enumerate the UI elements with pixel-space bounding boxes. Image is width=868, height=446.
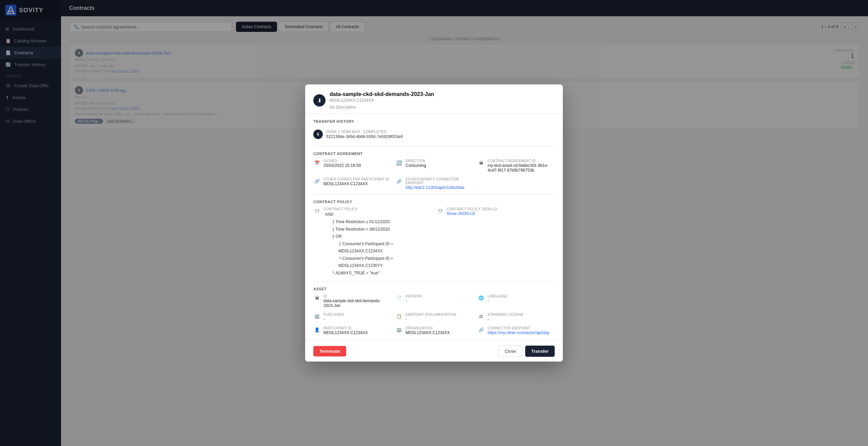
- policy-node-cp1: ├ Consumer's Participant ID = MDSL1234XX…: [325, 240, 432, 255]
- version-value: -: [406, 298, 422, 303]
- policy-node-cp2: └ Consumer's Participant ID = MDSL1234XX…: [325, 255, 432, 270]
- counterparty-icon: 🔗: [395, 177, 403, 185]
- direction-label: DIRECTION: [406, 159, 426, 163]
- counterparty-value[interactable]: http://edc2:11003/api/v1/ids/data: [406, 185, 473, 190]
- policy-block: CONTRACT POLICY AND ├ Time Restriction ≥…: [323, 207, 432, 277]
- modal-description: No Description: [330, 105, 434, 110]
- policy-json-label: CONTRACT POLICY JSON-LD: [447, 207, 497, 211]
- divider-3: [313, 281, 555, 282]
- other-connector-block: OTHER CONNECTOR PARTICIPANT ID MDSL1234X…: [323, 177, 389, 186]
- standard-license-icon: ⚖: [477, 313, 485, 320]
- asset-id-label: ID: [323, 294, 391, 298]
- organization-block: ORGANIZATION MDSL1234XX.C1234XX: [406, 326, 450, 335]
- endpoint-doc-label: ENDPOINT DOCUMENTATION: [406, 313, 456, 316]
- version-label: VERSION: [406, 294, 422, 298]
- policy-json-block: CONTRACT POLICY JSON-LD Show JSON-LD: [447, 207, 497, 216]
- modal-title: data-sample-ckd-skd-demands-2023-Jan: [330, 91, 434, 97]
- organization-value: MDSL1234XX.C1234XX: [406, 330, 450, 335]
- policy-node-tr2: ├ Time Restriction < 08/12/2020: [325, 226, 432, 233]
- transfer-row: ⬇ OVER 1 YEAR AGO · COMPLETED 522138de-3…: [313, 127, 555, 142]
- transfer-time: OVER 1 YEAR AGO · COMPLETED: [326, 130, 403, 134]
- info-other-connector: 🔗 OTHER CONNECTOR PARTICIPANT ID MDSL123…: [313, 177, 391, 190]
- policy-tree: AND ├ Time Restriction ≥ 01/12/2020 ├ Ti…: [323, 211, 432, 277]
- counterparty-block: COUNTERPARTY CONNECTOR ENDPOINT http://e…: [406, 177, 473, 190]
- transfer-id: 522138de-349d-4b68-9356-7e5929f053e0: [326, 134, 403, 139]
- divider-2: [313, 194, 555, 194]
- asset-id-icon: 🏛: [313, 294, 321, 302]
- info-connector-endpoint: 🔗 CONNECTOR ENDPOINT https://my-other-co…: [477, 326, 555, 335]
- modal-header: ⬇ data-sample-ckd-skd-demands-2023-Jan M…: [305, 84, 563, 114]
- transfer-time-label: OVER 1 YEAR AGO · COMPLETED: [326, 130, 387, 134]
- version-icon: 📄: [395, 294, 403, 302]
- language-icon: 🌐: [477, 294, 485, 302]
- direction-icon: 🔄: [395, 159, 403, 167]
- contract-agreement-section-title: CONTRACT AGREEMENT: [313, 152, 555, 156]
- policy-node-and: AND: [325, 211, 432, 218]
- contract-id-value: my-test-asset-cd:6ebbc301-9b1e-4cd7-9f17…: [488, 163, 555, 173]
- asset-grid: 🏛 ID data-sample-ckd-skd-demands-2023-Ja…: [313, 294, 555, 335]
- endpoint-doc-value: -: [406, 317, 456, 322]
- asset-section-title: ASSET: [313, 287, 555, 291]
- language-block: LANGUAGE -: [488, 294, 508, 303]
- contract-policy-section-title: CONTRACT POLICY: [313, 200, 555, 204]
- contract-detail-modal: ⬇ data-sample-ckd-skd-demands-2023-Jan M…: [305, 84, 563, 361]
- connector-endpoint-block: CONNECTOR ENDPOINT https://my-other-conn…: [488, 326, 549, 335]
- organization-label: ORGANIZATION: [406, 326, 450, 330]
- counterparty-label: COUNTERPARTY CONNECTOR ENDPOINT: [406, 177, 473, 185]
- participant-id-icon: 👤: [313, 326, 321, 334]
- policy-json-link[interactable]: Show JSON-LD: [447, 211, 497, 216]
- organization-icon: 🏢: [395, 326, 403, 334]
- participant-id-block: PARTICIPANT ID MDSL1234XX.C1234XX: [323, 326, 368, 335]
- policy-node-tr1: ├ Time Restriction ≥ 01/12/2020: [325, 218, 432, 226]
- publisher-value: -: [323, 317, 344, 322]
- transfer-download-icon: ⬇: [313, 130, 323, 139]
- close-button[interactable]: Close: [498, 346, 522, 357]
- publisher-label: PUBLISHER: [323, 313, 344, 316]
- standard-license-block: STANDARD LICENSE -: [488, 313, 524, 322]
- language-value: -: [488, 298, 508, 303]
- policy-icon: 🛡: [313, 207, 321, 215]
- direction-block: DIRECTION Consuming: [406, 159, 426, 168]
- info-publisher: 🏢 PUBLISHER -: [313, 313, 391, 322]
- policy-json-icon: 🛡: [436, 207, 444, 215]
- modal-download-icon: ⬇: [313, 94, 326, 106]
- terminate-button[interactable]: Terminate: [313, 346, 346, 356]
- info-contract-id: 🏛 CONTRACT AGREEMENT ID my-test-asset-cd…: [477, 159, 555, 173]
- connector-endpoint-value[interactable]: https://my-other-connector/api/dsp: [488, 330, 549, 335]
- version-block: VERSION -: [406, 294, 422, 303]
- info-version: 📄 VERSION -: [395, 294, 473, 308]
- modal-footer: Terminate Close Transfer: [305, 341, 563, 362]
- connector-endpoint-icon: 🔗: [477, 326, 485, 334]
- modal-footer-right: Close Transfer: [498, 346, 555, 357]
- info-signed: 📅 SIGNED 25/03/2022 15:18:59: [313, 159, 391, 173]
- policy-node-always: └ ALWAYS_TRUE = "true": [325, 270, 432, 277]
- info-organization: 🏢 ORGANIZATION MDSL1234XX.C1234XX: [395, 326, 473, 335]
- info-endpoint-doc: 📋 ENDPOINT DOCUMENTATION -: [395, 313, 473, 322]
- asset-id-value: data-sample-ckd-skd-demands-2023-Jan: [323, 298, 391, 308]
- info-language: 🌐 LANGUAGE -: [477, 294, 555, 308]
- info-contract-policy: 🛡 CONTRACT POLICY AND ├ Time Restriction…: [313, 207, 432, 277]
- info-counterparty: 🔗 COUNTERPARTY CONNECTOR ENDPOINT http:/…: [395, 177, 473, 190]
- modal-title-block: data-sample-ckd-skd-demands-2023-Jan MDS…: [330, 91, 434, 110]
- other-connector-icon: 🔗: [313, 177, 321, 185]
- standard-license-value: -: [488, 317, 524, 322]
- publisher-block: PUBLISHER -: [323, 313, 344, 322]
- participant-id-value: MDSL1234XX.C1234XX: [323, 330, 368, 335]
- publisher-icon: 🏢: [313, 313, 321, 320]
- info-participant-id: 👤 PARTICIPANT ID MDSL1234XX.C1234XX: [313, 326, 391, 335]
- standard-license-label: STANDARD LICENSE: [488, 313, 524, 316]
- other-connector-value: MDSL1234XX.C1234XX: [323, 181, 389, 186]
- contract-id-label: CONTRACT AGREEMENT ID: [488, 159, 555, 163]
- modal-overlay[interactable]: ⬇ data-sample-ckd-skd-demands-2023-Jan M…: [0, 0, 868, 446]
- endpoint-doc-icon: 📋: [395, 313, 403, 320]
- transfer-button[interactable]: Transfer: [525, 346, 555, 357]
- modal-subtitle: MDSL1234XX.C1234XX: [330, 98, 434, 103]
- transfer-history-section-title: TRANSFER HISTORY: [313, 119, 555, 123]
- policy-node-or: ├ OR: [325, 233, 432, 240]
- info-standard-license: ⚖ STANDARD LICENSE -: [477, 313, 555, 322]
- contract-id-icon: 🏛: [477, 159, 485, 167]
- endpoint-doc-block: ENDPOINT DOCUMENTATION -: [406, 313, 456, 322]
- policy-label: CONTRACT POLICY: [323, 207, 432, 211]
- signed-label: SIGNED: [323, 159, 361, 163]
- modal-body: TRANSFER HISTORY ⬇ OVER 1 YEAR AGO · COM…: [305, 114, 563, 340]
